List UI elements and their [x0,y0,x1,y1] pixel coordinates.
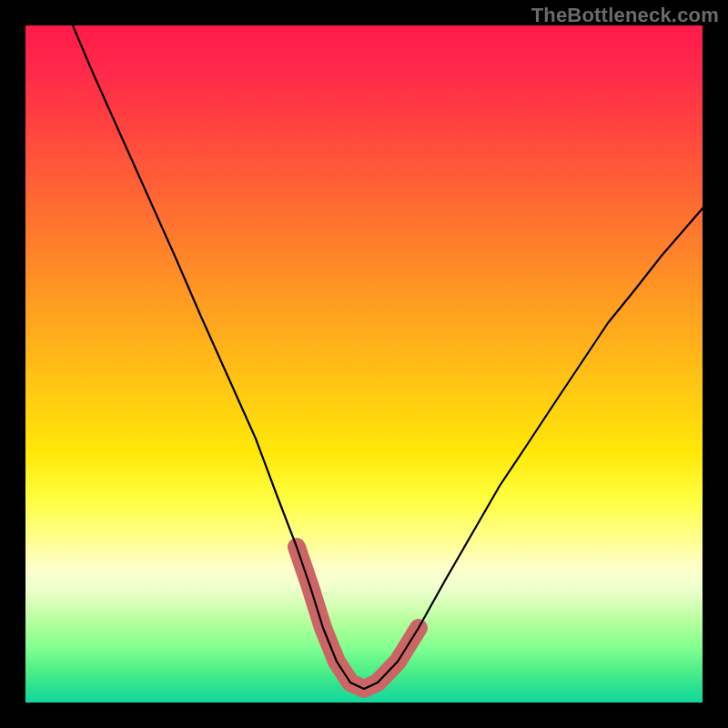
optimal-zone-highlight [297,547,419,689]
chart-svg [25,25,703,703]
plot-area [25,25,703,703]
watermark-label: TheBottleneck.com [531,4,719,27]
chart-frame: TheBottleneck.com [0,0,728,728]
bottleneck-curve [73,25,703,689]
